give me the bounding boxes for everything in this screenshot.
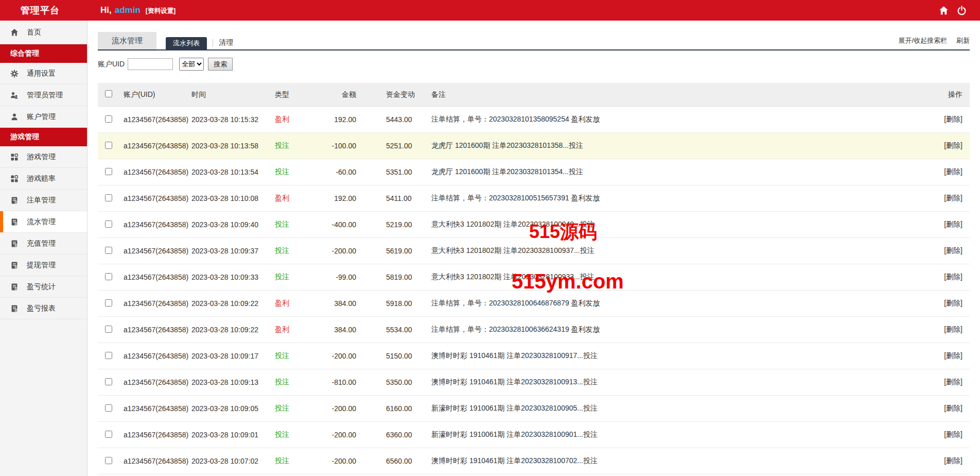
sidebar-item-profit-statistics[interactable]: 盈亏统计 <box>0 276 87 298</box>
delete-link[interactable]: [删除] <box>944 404 962 412</box>
row-checkbox[interactable] <box>105 142 112 149</box>
table-row: a1234567(2643858) 2023-03-28 10:15:32 盈利… <box>98 107 970 133</box>
greeting-prefix: Hi, <box>100 5 112 15</box>
delete-link[interactable]: [删除] <box>944 351 962 360</box>
row-checkbox[interactable] <box>105 299 112 307</box>
sidebar-item-withdraw-management[interactable]: 提现管理 <box>0 254 87 276</box>
sidebar: 首页 综合管理 通用设置 管理员管理 账户管理 游戏管理 游戏管理 游戏赔率 注… <box>0 21 87 476</box>
time-cell: 2023-03-28 10:09:01 <box>191 431 275 439</box>
select-all-checkbox[interactable] <box>105 90 112 97</box>
transactions-table: 账户(UID) 时间 类型 金额 资金变动 备注 操作 a1234567(264… <box>98 83 970 474</box>
time-cell: 2023-03-28 10:09:33 <box>191 273 275 281</box>
account-cell: a1234567(2643858) <box>117 431 191 439</box>
search-button[interactable]: 搜索 <box>208 58 233 71</box>
account-cell: a1234567(2643858) <box>117 247 191 255</box>
balance-cell: 5251.00 <box>363 142 427 150</box>
row-checkbox[interactable] <box>105 457 112 464</box>
balance-cell: 5918.00 <box>363 299 427 308</box>
page-title-tab: 流水管理 <box>98 32 156 49</box>
row-checkbox[interactable] <box>105 168 112 175</box>
sidebar-section-label: 综合管理 <box>10 49 39 58</box>
account-uid-label: 账户UID <box>98 60 125 69</box>
profile-settings-link[interactable]: [资料设置] <box>146 7 176 15</box>
delete-link[interactable]: [删除] <box>944 141 962 149</box>
remark-cell: 新濠时时彩 1910061期 注单20230328100905...投注 <box>427 404 921 413</box>
power-icon[interactable] <box>957 6 967 15</box>
row-checkbox[interactable] <box>105 431 112 438</box>
sidebar-item-label: 游戏赔率 <box>27 174 56 183</box>
table-row: a1234567(2643858) 2023-03-28 10:09:01 投注… <box>98 422 970 448</box>
sidebar-item-account-management[interactable]: 账户管理 <box>0 106 87 128</box>
refresh-link[interactable]: 刷新 <box>956 36 970 45</box>
delete-link[interactable]: [删除] <box>944 430 962 438</box>
time-cell: 2023-03-28 10:09:13 <box>191 378 275 386</box>
delete-link[interactable]: [删除] <box>944 220 962 228</box>
tab-flow-list[interactable]: 流水列表 <box>166 37 207 49</box>
column-header-balance: 资金变动 <box>363 90 427 99</box>
tab-separator <box>213 39 213 47</box>
sidebar-item-general-settings[interactable]: 通用设置 <box>0 63 87 84</box>
delete-link[interactable]: [删除] <box>944 273 962 281</box>
admins-icon <box>10 91 19 99</box>
toggle-search-link[interactable]: 展开/收起搜索栏 <box>898 36 947 45</box>
sidebar-item-admin-management[interactable]: 管理员管理 <box>0 84 87 106</box>
row-checkbox[interactable] <box>105 378 112 385</box>
app-title: 管理平台 <box>0 4 87 16</box>
row-checkbox[interactable] <box>105 273 112 280</box>
user-icon <box>10 113 19 121</box>
remark-cell: 注单结算，单号：20230328100636624319 盈利发放 <box>427 325 921 334</box>
sidebar-item-recharge-management[interactable]: 充值管理 <box>0 233 87 254</box>
home-icon[interactable] <box>939 6 949 15</box>
sidebar-item-transaction-management[interactable]: 流水管理 <box>0 211 87 233</box>
gear-icon <box>10 70 19 78</box>
time-cell: 2023-03-28 10:09:22 <box>191 299 275 308</box>
remark-cell: 意大利快3 1201802期 注单20230328100940...投注 <box>427 220 921 229</box>
balance-cell: 5411.00 <box>363 194 427 202</box>
tab-clean[interactable]: 清理 <box>219 38 233 49</box>
doc-icon <box>10 218 19 226</box>
sidebar-item-profit-report[interactable]: 盈亏报表 <box>0 298 87 319</box>
row-checkbox[interactable] <box>105 247 112 254</box>
column-header-type: 类型 <box>275 90 324 99</box>
delete-link[interactable]: [删除] <box>944 456 962 465</box>
sidebar-item-game-management[interactable]: 游戏管理 <box>0 146 87 168</box>
amount-cell: 192.00 <box>324 115 363 124</box>
type-badge: 投注 <box>275 167 289 176</box>
tab-bar: 流水管理 流水列表 清理 展开/收起搜索栏 刷新 <box>98 21 970 50</box>
remark-cell: 意大利快3 1201802期 注单20230328100937...投注 <box>427 246 921 256</box>
delete-link[interactable]: [删除] <box>944 378 962 386</box>
amount-cell: -200.00 <box>324 404 363 413</box>
table-row: a1234567(2643858) 2023-03-28 10:09:33 投注… <box>98 264 970 291</box>
delete-link[interactable]: [删除] <box>944 246 962 254</box>
type-badge: 盈利 <box>275 194 289 202</box>
sidebar-item-bet-order-management[interactable]: 注单管理 <box>0 190 87 211</box>
row-checkbox[interactable] <box>105 220 112 228</box>
delete-link[interactable]: [删除] <box>944 299 962 307</box>
type-filter-select[interactable]: 全部 <box>179 58 204 71</box>
time-cell: 2023-03-28 10:07:02 <box>191 457 275 465</box>
sidebar-item-game-odds[interactable]: 游戏赔率 <box>0 168 87 190</box>
row-checkbox[interactable] <box>105 326 112 333</box>
main-content: 流水管理 流水列表 清理 展开/收起搜索栏 刷新 账户UID 全部 搜索 账户(… <box>87 21 980 476</box>
account-uid-input[interactable] <box>128 58 173 70</box>
sidebar-item-label: 盈亏报表 <box>27 304 56 313</box>
time-cell: 2023-03-28 10:15:32 <box>191 115 275 124</box>
row-checkbox[interactable] <box>105 194 112 201</box>
row-checkbox[interactable] <box>105 352 112 359</box>
type-badge: 投注 <box>275 378 289 386</box>
delete-link[interactable]: [删除] <box>944 325 962 333</box>
sidebar-item-label: 首页 <box>27 28 41 37</box>
remark-cell: 龙虎厅 1201600期 注单20230328101354...投注 <box>427 167 921 177</box>
row-checkbox[interactable] <box>105 115 112 123</box>
sidebar-item-label: 充值管理 <box>27 239 56 248</box>
row-checkbox[interactable] <box>105 404 112 412</box>
sidebar-item-label: 管理员管理 <box>27 91 63 100</box>
remark-cell: 注单结算，单号：20230328100646876879 盈利发放 <box>427 299 921 308</box>
delete-link[interactable]: [删除] <box>944 167 962 176</box>
time-cell: 2023-03-28 10:09:37 <box>191 247 275 255</box>
table-row: a1234567(2643858) 2023-03-28 10:10:08 盈利… <box>98 185 970 212</box>
delete-link[interactable]: [删除] <box>944 115 962 123</box>
amount-cell: 384.00 <box>324 299 363 308</box>
sidebar-item-home[interactable]: 首页 <box>0 21 87 44</box>
delete-link[interactable]: [删除] <box>944 194 962 202</box>
